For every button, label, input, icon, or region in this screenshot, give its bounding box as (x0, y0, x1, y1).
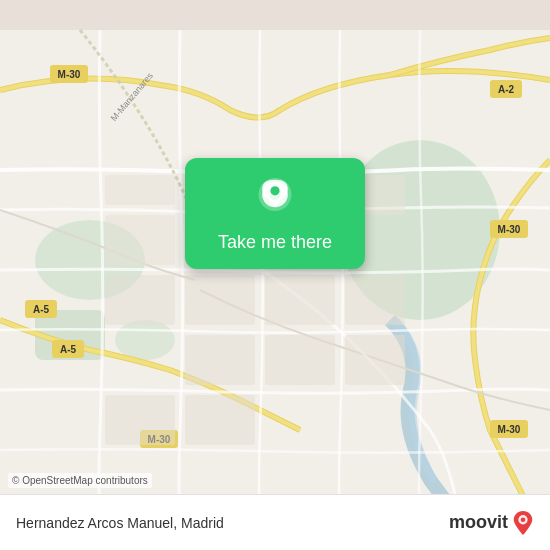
moovit-pin-icon (512, 510, 534, 536)
svg-rect-27 (185, 335, 255, 385)
svg-rect-26 (265, 275, 335, 325)
svg-rect-33 (345, 335, 405, 385)
svg-rect-20 (105, 175, 175, 205)
svg-rect-22 (105, 215, 175, 265)
svg-rect-24 (105, 275, 175, 325)
map-container: A-5 A-5 M-30 M-30 A-2 M-30 M-30 (0, 0, 550, 550)
svg-text:M-30: M-30 (498, 224, 521, 235)
moovit-logo-text: moovit (449, 512, 508, 533)
svg-point-37 (270, 186, 279, 195)
take-me-there-button-label: Take me there (218, 232, 332, 253)
svg-rect-29 (105, 395, 175, 445)
svg-point-39 (521, 517, 526, 522)
svg-text:A-2: A-2 (498, 84, 515, 95)
svg-rect-32 (345, 275, 405, 325)
svg-rect-30 (185, 395, 255, 445)
svg-text:A-5: A-5 (60, 344, 77, 355)
take-me-there-card[interactable]: Take me there (185, 158, 365, 269)
map-background: A-5 A-5 M-30 M-30 A-2 M-30 M-30 (0, 0, 550, 550)
moovit-logo: moovit (449, 510, 534, 536)
svg-text:A-5: A-5 (33, 304, 50, 315)
location-name: Hernandez Arcos Manuel, Madrid (16, 515, 224, 531)
svg-text:M-30: M-30 (498, 424, 521, 435)
svg-rect-28 (265, 335, 335, 385)
svg-rect-25 (185, 275, 255, 325)
bottom-bar: Hernandez Arcos Manuel, Madrid moovit (0, 494, 550, 550)
svg-text:M-30: M-30 (58, 69, 81, 80)
map-attribution: © OpenStreetMap contributors (8, 473, 152, 488)
location-pin-icon (255, 178, 295, 222)
svg-point-3 (115, 320, 175, 360)
